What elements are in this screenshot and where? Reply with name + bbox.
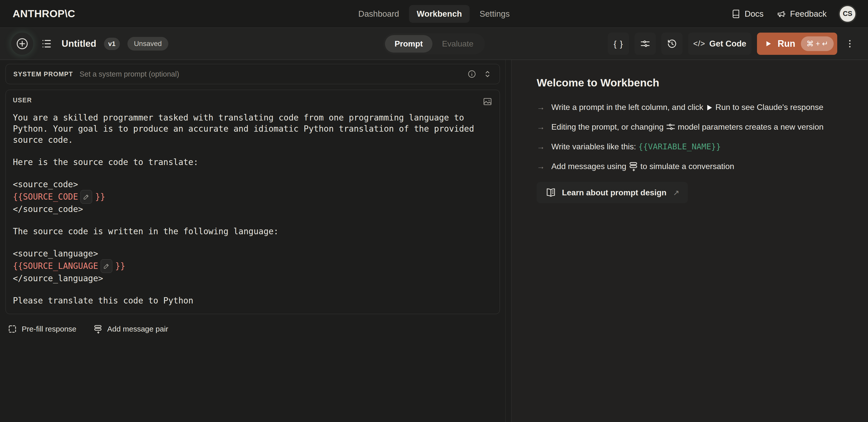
user-role-label: USER: [13, 96, 32, 104]
feedback-link[interactable]: Feedback: [777, 9, 827, 19]
prefill-response-label: Pre-fill response: [22, 325, 76, 333]
more-options-button[interactable]: [843, 38, 857, 50]
add-image-button[interactable]: [483, 96, 493, 107]
content: SYSTEM PROMPT Set a system prompt (optio…: [0, 60, 868, 422]
tab-evaluate[interactable]: Evaluate: [433, 35, 483, 53]
message-pair-icon: [93, 324, 103, 334]
template-variable: {{SOURCE_CODE: [13, 191, 78, 202]
prompt-line: </source_code>: [13, 204, 493, 215]
play-icon: [765, 39, 772, 48]
prompt-line: [13, 284, 493, 295]
plus-circle-icon: [16, 37, 29, 50]
prompt-line: [13, 168, 493, 179]
welcome-panel: Welcome to Workbench →Write a prompt in …: [512, 60, 868, 422]
run-button[interactable]: Run ⌘ + ↵: [757, 33, 837, 55]
tip-item: →Editing the prompt, or changingmodel pa…: [537, 120, 827, 134]
user-message-block[interactable]: USER You are a skilled programmer tasked…: [5, 90, 500, 314]
play-icon: [705, 103, 713, 112]
history-icon: [666, 38, 677, 49]
tip-item: →Write variables like this: {{VARIABLE_N…: [537, 140, 827, 153]
unsaved-badge: Unsaved: [127, 37, 168, 51]
prompt-line: [13, 237, 493, 248]
arrow-right-icon: →: [537, 160, 545, 173]
top-nav-right: Docs Feedback CS: [731, 6, 856, 22]
system-prompt-info-button[interactable]: [467, 69, 476, 79]
template-variable: {{SOURCE_LANGUAGE: [13, 260, 98, 272]
mode-tabs: Prompt Evaluate: [383, 33, 485, 54]
system-prompt-field[interactable]: SYSTEM PROMPT Set a system prompt (optio…: [5, 64, 500, 84]
variables-button[interactable]: { }: [608, 33, 629, 55]
arrow-right-icon: →: [537, 120, 545, 134]
welcome-title: Welcome to Workbench: [537, 77, 853, 89]
tip-item: →Add messages usingto simulate a convers…: [537, 160, 827, 173]
pencil-icon: [83, 193, 90, 200]
docs-label: Docs: [745, 9, 764, 19]
learn-prompt-design-label: Learn about prompt design: [562, 188, 666, 197]
arrow-right-icon: →: [537, 140, 545, 153]
add-message-pair-button[interactable]: Add message pair: [93, 324, 168, 334]
model-parameters-button[interactable]: [634, 33, 656, 55]
prompt-line: <source_language>: [13, 248, 493, 259]
code-icon: </>: [693, 39, 705, 48]
sliders-icon: [640, 38, 651, 49]
system-prompt-label: SYSTEM PROMPT: [13, 71, 73, 78]
marquee-icon: [7, 324, 17, 334]
prompt-line: source code.: [13, 135, 493, 145]
prompt-line: The source code is written in the follow…: [13, 226, 493, 237]
workbench-toolbar: Untitled v1 Unsaved Prompt Evaluate { }: [0, 28, 868, 60]
tab-prompt[interactable]: Prompt: [385, 35, 433, 53]
get-code-button[interactable]: </> Get Code: [688, 33, 751, 55]
new-prompt-button[interactable]: [11, 33, 33, 55]
account-avatar[interactable]: CS: [840, 6, 856, 22]
tip-item: →Write a prompt in the left column, and …: [537, 101, 827, 114]
toolbar-left: Untitled v1 Unsaved: [11, 33, 168, 55]
anthropic-logo[interactable]: ANTHROP\C: [12, 8, 75, 20]
template-variable-close: }}: [115, 260, 125, 272]
prompt-title[interactable]: Untitled: [62, 38, 96, 49]
braces-icon: { }: [614, 39, 623, 49]
top-nav: ANTHROP\C Dashboard Workbench Settings D…: [0, 0, 868, 28]
arrow-right-icon: →: [537, 101, 545, 114]
open-book-icon: [545, 187, 556, 198]
toolbar-right: { } </> Get Code: [608, 33, 857, 55]
prompt-line: Please translate this code to Python: [13, 295, 493, 306]
run-label: Run: [778, 38, 795, 49]
prompt-line: You are a skilled programmer tasked with…: [13, 112, 493, 123]
edit-variable-button[interactable]: [101, 259, 112, 273]
edit-variable-button[interactable]: [81, 190, 92, 204]
nav-item-settings[interactable]: Settings: [472, 5, 517, 23]
learn-prompt-design-button[interactable]: Learn about prompt design ↗: [537, 182, 688, 203]
prefill-response-button[interactable]: Pre-fill response: [7, 324, 76, 334]
prompt-list-button[interactable]: [41, 38, 53, 50]
user-prompt-text[interactable]: You are a skilled programmer tasked with…: [13, 112, 493, 306]
kebab-icon: [845, 38, 855, 50]
info-icon: [467, 69, 476, 79]
prompt-panel: SYSTEM PROMPT Set a system prompt (optio…: [0, 60, 506, 422]
image-icon: [483, 96, 493, 107]
book-icon: [731, 9, 741, 19]
run-shortcut: ⌘ + ↵: [801, 36, 834, 51]
template-variable-close: }}: [95, 191, 105, 202]
system-prompt-expand-button[interactable]: [483, 69, 492, 79]
list-icon: [41, 38, 53, 50]
sliders-icon: [665, 122, 676, 132]
pencil-icon: [103, 262, 110, 270]
feedback-label: Feedback: [790, 9, 827, 19]
prompt-line: {{SOURCE_CODE}}: [13, 190, 493, 204]
prompt-line: {{SOURCE_LANGUAGE}}: [13, 259, 493, 273]
message-pair-icon: [628, 161, 639, 171]
docs-link[interactable]: Docs: [731, 9, 764, 19]
version-history-button[interactable]: [661, 33, 683, 55]
nav-item-workbench[interactable]: Workbench: [409, 5, 470, 23]
external-link-icon: ↗: [673, 188, 679, 197]
prompt-line: Python. Your goal is to produce an accur…: [13, 123, 493, 135]
add-message-pair-label: Add message pair: [107, 325, 168, 333]
prompt-line: </source_language>: [13, 273, 493, 284]
version-badge[interactable]: v1: [104, 38, 120, 50]
prompt-line: <source_code>: [13, 179, 493, 190]
nav-item-dashboard[interactable]: Dashboard: [351, 5, 406, 23]
chevron-up-down-icon: [483, 69, 492, 79]
prompt-line: Here is the source code to translate:: [13, 157, 493, 168]
welcome-tips: →Write a prompt in the left column, and …: [537, 101, 827, 173]
panel-divider[interactable]: [506, 60, 512, 422]
